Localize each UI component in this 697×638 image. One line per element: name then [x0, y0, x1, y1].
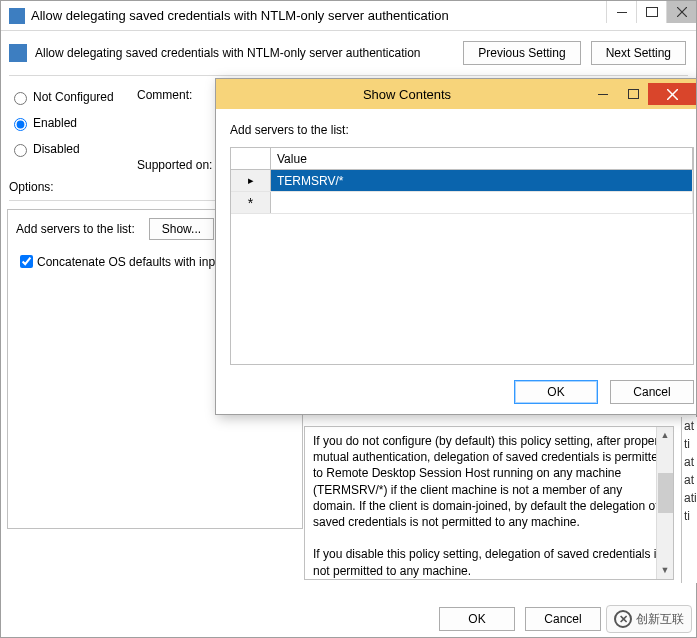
dialog-minimize-button[interactable] — [588, 83, 618, 105]
dialog-ok-button[interactable]: OK — [514, 380, 598, 404]
frag-3: at — [684, 453, 697, 471]
radio-not-configured[interactable]: Not Configured — [9, 84, 129, 110]
previous-setting-button[interactable]: Previous Setting — [463, 41, 580, 65]
add-servers-label: Add servers to the list: — [16, 222, 135, 236]
dialog-body: Add servers to the list: Value TERMSRV/* — [216, 109, 696, 375]
show-contents-dialog: Show Contents Add servers to the list: V… — [215, 78, 697, 415]
grid-cell-0[interactable]: TERMSRV/* — [271, 170, 693, 191]
scroll-thumb[interactable] — [658, 473, 673, 513]
close-button[interactable] — [666, 1, 696, 23]
next-setting-button[interactable]: Next Setting — [591, 41, 686, 65]
window-title: Allow delegating saved credentials with … — [31, 8, 606, 23]
supported-on-label: Supported on: — [137, 158, 212, 172]
policy-icon — [9, 44, 27, 62]
radio-enabled[interactable]: Enabled — [9, 110, 129, 136]
grid-row-0[interactable]: TERMSRV/* — [231, 170, 693, 192]
divider — [9, 75, 688, 76]
value-grid[interactable]: Value TERMSRV/* — [230, 147, 694, 365]
grid-corner — [231, 148, 271, 169]
radio-not-configured-input[interactable] — [14, 92, 27, 105]
row-marker-current-icon — [231, 170, 271, 191]
main-titlebar[interactable]: Allow delegating saved credentials with … — [1, 1, 696, 31]
help-text-2: If you disable this policy setting, dele… — [313, 546, 665, 578]
window-controls — [606, 1, 696, 30]
main-dialog-buttons: OK Cancel — [1, 607, 696, 631]
grid-column-value[interactable]: Value — [271, 148, 693, 169]
main-cancel-button[interactable]: Cancel — [525, 607, 601, 631]
radio-enabled-label: Enabled — [33, 116, 77, 130]
frag-4: at — [684, 471, 697, 489]
radio-not-configured-label: Not Configured — [33, 90, 114, 104]
scroll-up-icon[interactable]: ▲ — [657, 427, 673, 444]
help-scrollbar[interactable]: ▲ ▼ — [656, 427, 673, 579]
main-ok-button[interactable]: OK — [439, 607, 515, 631]
frag-5: ati — [684, 489, 697, 507]
watermark-icon: ✕ — [614, 610, 632, 628]
scroll-down-icon[interactable]: ▼ — [657, 562, 673, 579]
grid-cell-new[interactable] — [271, 192, 693, 213]
concat-label: Concatenate OS defaults with input — [37, 255, 225, 269]
dialog-prompt: Add servers to the list: — [230, 123, 694, 137]
frag-6: ti — [684, 507, 697, 525]
grid-header: Value — [231, 148, 693, 170]
row-marker-new-icon — [231, 192, 271, 213]
concat-checkbox[interactable] — [20, 255, 33, 268]
dialog-maximize-button[interactable] — [618, 83, 648, 105]
minimize-button[interactable] — [606, 1, 636, 23]
comment-label: Comment: — [137, 88, 212, 102]
watermark: ✕ 创新互联 — [606, 605, 692, 633]
frag-1: at — [684, 417, 697, 435]
radio-disabled[interactable]: Disabled — [9, 136, 129, 162]
maximize-button[interactable] — [636, 1, 666, 23]
meta-column: Comment: Supported on: — [129, 84, 212, 172]
help-pane: If you do not configure (by default) thi… — [304, 426, 674, 580]
policy-header-row: Allow delegating saved credentials with … — [1, 31, 696, 73]
radio-enabled-input[interactable] — [14, 118, 27, 131]
grid-row-new[interactable] — [231, 192, 693, 214]
radio-disabled-label: Disabled — [33, 142, 80, 156]
app-icon — [9, 8, 25, 24]
dialog-footer: OK Cancel — [514, 380, 694, 404]
dialog-title: Show Contents — [226, 87, 588, 102]
policy-header-label: Allow delegating saved credentials with … — [35, 46, 453, 60]
clipped-text-fragment: at ti at at ati ti — [681, 417, 697, 583]
radio-disabled-input[interactable] — [14, 144, 27, 157]
help-text-1: If you do not configure (by default) thi… — [313, 433, 665, 530]
dialog-close-button[interactable] — [648, 83, 696, 105]
show-button[interactable]: Show... — [149, 218, 214, 240]
watermark-text: 创新互联 — [636, 611, 684, 628]
dialog-window-controls — [588, 83, 696, 105]
dialog-cancel-button[interactable]: Cancel — [610, 380, 694, 404]
frag-2: ti — [684, 435, 697, 453]
state-radios: Not Configured Enabled Disabled — [9, 84, 129, 172]
dialog-titlebar[interactable]: Show Contents — [216, 79, 696, 109]
